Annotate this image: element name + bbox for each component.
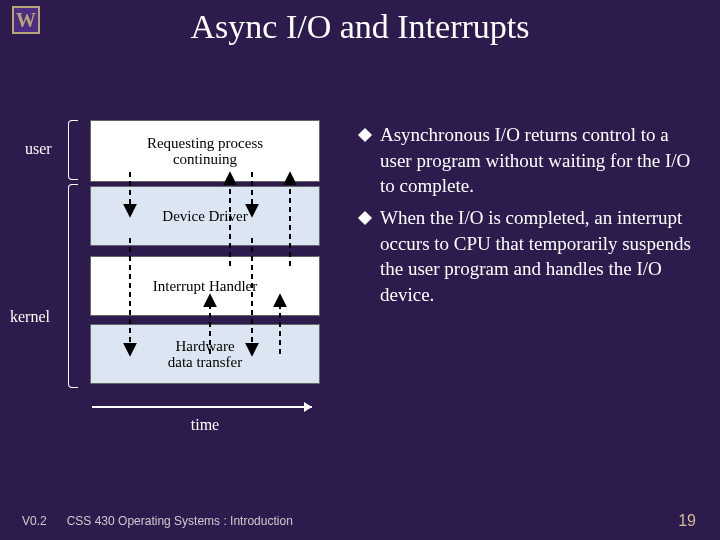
- bullet-item: Asynchronous I/O returns control to a us…: [360, 122, 700, 199]
- box-requesting-process: Requesting processcontinuing: [90, 120, 320, 182]
- bullet-marker-icon: [358, 128, 372, 142]
- diagram-area: user kernel Requesting processcontinuing…: [0, 120, 360, 480]
- brace-user: [68, 120, 78, 180]
- bullets-area: Asynchronous I/O returns control to a us…: [360, 120, 720, 480]
- brace-kernel: [68, 184, 78, 388]
- bullet-text: Asynchronous I/O returns control to a us…: [380, 122, 700, 199]
- bullet-marker-icon: [358, 211, 372, 225]
- diagram-boxes: Requesting processcontinuing Device Driv…: [90, 120, 320, 384]
- time-axis-label: time: [90, 416, 320, 434]
- kernel-label: kernel: [10, 308, 50, 326]
- box-hardware-data-transfer: Hardwaredata transfer: [90, 324, 320, 384]
- course-label: CSS 430 Operating Systems : Introduction: [67, 514, 293, 528]
- box-interrupt-handler: Interrupt Handler: [90, 256, 320, 316]
- box-device-driver: Device Driver: [90, 186, 320, 246]
- slide-footer: V0.2 CSS 430 Operating Systems : Introdu…: [0, 512, 720, 530]
- page-number: 19: [678, 512, 696, 530]
- version-label: V0.2: [22, 514, 47, 528]
- slide-content: user kernel Requesting processcontinuing…: [0, 120, 720, 480]
- bullet-text: When the I/O is completed, an interrupt …: [380, 205, 700, 308]
- slide-title: Async I/O and Interrupts: [0, 8, 720, 46]
- bullet-item: When the I/O is completed, an interrupt …: [360, 205, 700, 308]
- user-label: user: [25, 140, 52, 158]
- time-axis-arrow: [90, 398, 320, 416]
